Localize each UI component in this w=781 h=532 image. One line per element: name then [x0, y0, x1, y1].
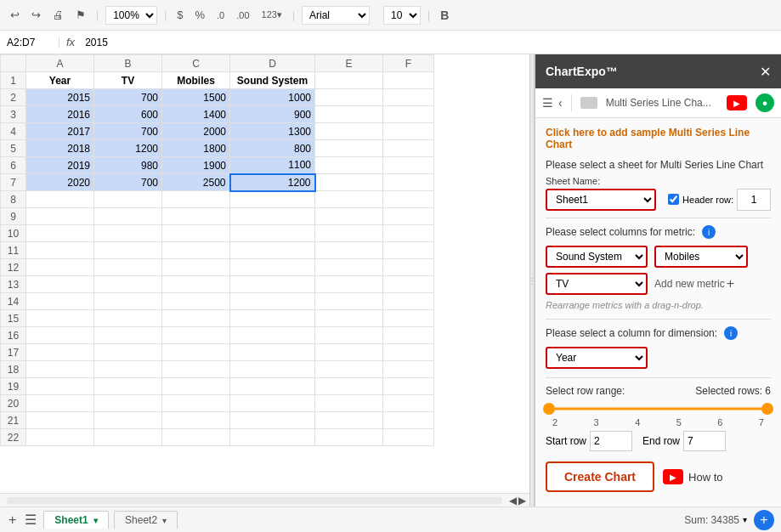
horizontal-scroll[interactable]: ◀ ▶ — [0, 493, 529, 507]
grid-container[interactable]: A B C D E F 1 Year TV Mobiles — [0, 54, 529, 493]
create-chart-button[interactable]: Create Chart — [546, 461, 654, 492]
sheet1-dropdown-icon[interactable]: ▾ — [93, 516, 98, 525]
col-header-c[interactable]: C — [162, 55, 230, 72]
cell-e4[interactable] — [315, 123, 383, 140]
metric-info-icon[interactable]: i — [702, 225, 716, 239]
redo-button[interactable]: ↪ — [28, 7, 44, 23]
cell-b5[interactable]: 1200 — [94, 140, 162, 157]
cell-c4[interactable]: 2000 — [162, 123, 230, 140]
how-to-button[interactable]: ▶ How to — [663, 469, 722, 484]
percent-button[interactable]: % — [191, 7, 208, 23]
cell-f7[interactable] — [383, 174, 434, 191]
cell-a7[interactable]: 2020 — [26, 174, 94, 191]
panel-close-button[interactable]: ✕ — [760, 64, 771, 80]
nav-menu-button[interactable]: ☰ — [542, 96, 553, 110]
cell-c5[interactable]: 1800 — [162, 140, 230, 157]
formula-input[interactable] — [82, 37, 781, 48]
cell-c2[interactable]: 1500 — [162, 89, 230, 106]
cell-a1[interactable]: Year — [26, 72, 94, 89]
print-button[interactable]: 🖨 — [49, 7, 67, 23]
cell-c1[interactable]: Mobiles — [162, 72, 230, 89]
youtube-icon[interactable]: ▶ — [727, 95, 747, 110]
notification-icon[interactable]: ● — [756, 93, 774, 112]
cell-e7[interactable] — [315, 174, 383, 191]
cell-b6[interactable]: 980 — [94, 157, 162, 174]
dimension-select[interactable]: Year — [546, 347, 648, 369]
currency-button[interactable]: $ — [173, 7, 186, 23]
bold-button[interactable]: B — [437, 7, 452, 24]
end-row-input[interactable] — [683, 431, 726, 451]
cell-d3[interactable]: 900 — [230, 106, 315, 123]
metric3-select[interactable]: TV — [546, 273, 648, 295]
cell-c7[interactable]: 2500 — [162, 174, 230, 191]
sample-chart-link[interactable]: Click here to add sample Multi Series Li… — [546, 127, 771, 150]
decimal-increase-button[interactable]: .00 — [233, 8, 252, 22]
cell-e5[interactable] — [315, 140, 383, 157]
add-metric-button[interactable]: Add new metric + — [654, 276, 734, 291]
table-row: 9 — [1, 208, 434, 225]
cell-b4[interactable]: 700 — [94, 123, 162, 140]
start-row-label: Start row — [546, 435, 586, 447]
cell-d7[interactable]: 1200 — [230, 174, 315, 191]
sum-dropdown-button[interactable]: ▾ — [743, 515, 747, 524]
slider-thumb-left[interactable] — [543, 403, 555, 415]
dimension-info-icon[interactable]: i — [724, 326, 738, 340]
cell-e3[interactable] — [315, 106, 383, 123]
cell-d4[interactable]: 1300 — [230, 123, 315, 140]
cell-e1[interactable] — [315, 72, 383, 89]
header-row-input[interactable] — [737, 189, 771, 211]
cell-e2[interactable] — [315, 89, 383, 106]
zoom-select[interactable]: 100% — [105, 6, 157, 25]
header-row-checkbox[interactable] — [668, 194, 679, 205]
metric1-select[interactable]: Sound System — [546, 246, 648, 268]
cell-f4[interactable] — [383, 123, 434, 140]
add-sheet-button[interactable]: + — [7, 511, 18, 529]
number-format-button[interactable]: 123▾ — [258, 8, 286, 22]
cell-b7[interactable]: 700 — [94, 174, 162, 191]
sheet-name-select[interactable]: Sheet1 — [546, 189, 656, 211]
sheets-menu-button[interactable]: ☰ — [23, 510, 38, 529]
decimal-decrease-button[interactable]: .0 — [213, 8, 228, 22]
cell-f1[interactable] — [383, 72, 434, 89]
sheet2-tab[interactable]: Sheet2 ▾ — [114, 511, 178, 529]
cell-d5[interactable]: 800 — [230, 140, 315, 157]
start-row-input[interactable] — [590, 431, 632, 451]
col-header-e[interactable]: E — [315, 55, 383, 72]
nav-back-button[interactable]: ‹ — [558, 96, 563, 110]
undo-button[interactable]: ↩ — [7, 7, 23, 23]
cell-a6[interactable]: 2019 — [26, 157, 94, 174]
cell-a2[interactable]: 2015 — [26, 89, 94, 106]
font-size-select[interactable]: 10 — [383, 6, 421, 25]
cell-a4[interactable]: 2017 — [26, 123, 94, 140]
slider-track-container[interactable] — [549, 400, 767, 417]
col-header-d[interactable]: D — [230, 55, 315, 72]
cell-f3[interactable] — [383, 106, 434, 123]
scroll-right-btn[interactable]: ▶ — [518, 495, 526, 507]
table-row: 11 — [1, 242, 434, 259]
cell-c3[interactable]: 1400 — [162, 106, 230, 123]
cell-a5[interactable]: 2018 — [26, 140, 94, 157]
col-header-a[interactable]: A — [26, 55, 94, 72]
metric2-select[interactable]: Mobiles — [654, 246, 748, 268]
format-paint-button[interactable]: ⚑ — [72, 7, 89, 23]
cell-b2[interactable]: 700 — [94, 89, 162, 106]
font-select[interactable]: Arial — [302, 6, 370, 25]
cell-e6[interactable] — [315, 157, 383, 174]
cell-b3[interactable]: 600 — [94, 106, 162, 123]
cell-d6[interactable]: 1100 — [230, 157, 315, 174]
scroll-left-btn[interactable]: ◀ — [509, 495, 517, 507]
add-sheet-fab[interactable]: + — [754, 510, 774, 530]
cell-b1[interactable]: TV — [94, 72, 162, 89]
col-header-f[interactable]: F — [383, 55, 434, 72]
cell-d2[interactable]: 1000 — [230, 89, 315, 106]
col-header-b[interactable]: B — [94, 55, 162, 72]
cell-f2[interactable] — [383, 89, 434, 106]
cell-c6[interactable]: 1900 — [162, 157, 230, 174]
cell-f5[interactable] — [383, 140, 434, 157]
cell-d1[interactable]: Sound System — [230, 72, 315, 89]
slider-thumb-right[interactable] — [761, 403, 773, 415]
sheet1-tab[interactable]: Sheet1 ▾ — [43, 511, 109, 529]
cell-a3[interactable]: 2016 — [26, 106, 94, 123]
sheet2-dropdown-icon[interactable]: ▾ — [162, 516, 167, 525]
cell-f6[interactable] — [383, 157, 434, 174]
